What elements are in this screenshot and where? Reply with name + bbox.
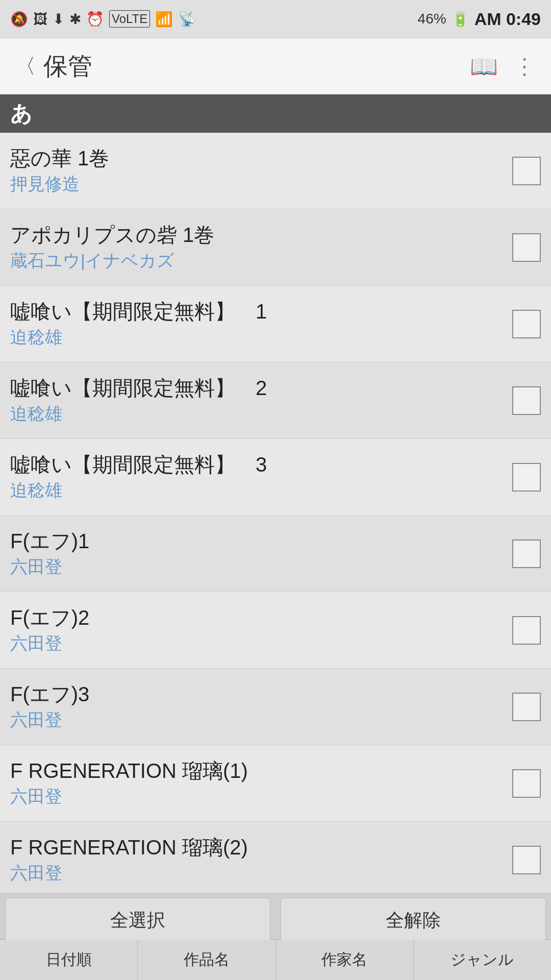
- item-checkbox[interactable]: [512, 157, 541, 185]
- volte-icon: VoLTE: [109, 10, 150, 28]
- item-author: 六田登: [10, 862, 505, 885]
- list-item-content: アポカリプスの砦 1巻蔵石ユウ|イナベカズ: [10, 223, 505, 273]
- list-item[interactable]: F(エフ)2六田登: [0, 592, 551, 669]
- item-author: 六田登: [10, 708, 505, 732]
- item-title: F(エフ)1: [10, 529, 505, 553]
- item-checkbox[interactable]: [512, 386, 541, 415]
- item-author: 六田登: [10, 632, 505, 655]
- item-author: 押見修造: [10, 173, 505, 196]
- section-header: あ: [0, 94, 551, 133]
- list-item-content: 嘘喰い【期間限定無料】 1迫稔雄: [10, 299, 505, 349]
- item-title: 嘘喰い【期間限定無料】 3: [10, 452, 505, 477]
- select-all-button[interactable]: 全選択: [5, 898, 270, 943]
- action-bar: 〈 保管 📖 ⋮: [0, 38, 551, 94]
- item-checkbox[interactable]: [512, 616, 541, 645]
- item-checkbox[interactable]: [512, 310, 541, 338]
- list-item-content: F(エフ)3六田登: [10, 682, 505, 732]
- list-item-content: F(エフ)2六田登: [10, 605, 505, 655]
- status-bar: 🔕 🖼 ⬇ ✱ ⏰ VoLTE 📶 📡 46% 🔋 AM 0:49: [0, 0, 551, 38]
- wifi-icon: 📶: [155, 11, 173, 28]
- list-item-content: 嘘喰い【期間限定無料】 2迫稔雄: [10, 376, 505, 426]
- list-item-content: 惡の華 1巻押見修造: [10, 146, 505, 196]
- list-item[interactable]: F RGENERATION 瑠璃(1)六田登: [0, 745, 551, 822]
- item-checkbox[interactable]: [512, 233, 541, 262]
- list-item[interactable]: 嘘喰い【期間限定無料】 2迫稔雄: [0, 362, 551, 439]
- item-title: アポカリプスの砦 1巻: [10, 223, 505, 247]
- item-checkbox[interactable]: [512, 463, 541, 492]
- sort-tab-日付順[interactable]: 日付順: [0, 940, 138, 980]
- signal-icon: 📡: [178, 11, 196, 28]
- item-title: F(エフ)3: [10, 682, 505, 706]
- alarm-icon: ⏰: [86, 11, 104, 28]
- sort-tab-作品名[interactable]: 作品名: [138, 940, 276, 980]
- item-checkbox[interactable]: [512, 540, 541, 568]
- item-title: F RGENERATION 瑠璃(1): [10, 758, 505, 783]
- item-author: 迫稔雄: [10, 326, 505, 349]
- list-item-content: 嘘喰い【期間限定無料】 3迫稔雄: [10, 452, 505, 502]
- status-bar-right: 46% 🔋 AM 0:49: [418, 9, 541, 29]
- item-title: F RGENERATION 瑠璃(2): [10, 835, 505, 860]
- item-checkbox[interactable]: [512, 846, 541, 874]
- bottom-buttons: 全選択 全解除: [0, 893, 551, 939]
- item-title: 嘘喰い【期間限定無料】 1: [10, 299, 505, 324]
- list-item[interactable]: アポカリプスの砦 1巻蔵石ユウ|イナベカズ: [0, 209, 551, 286]
- battery-icon: 🔋: [452, 11, 469, 28]
- list-item[interactable]: F(エフ)1六田登: [0, 516, 551, 592]
- download-icon: ⬇: [53, 11, 64, 28]
- item-title: F(エフ)2: [10, 605, 505, 630]
- status-time: AM 0:49: [474, 9, 541, 29]
- sort-bar: 日付順作品名作家名ジャンル: [0, 939, 551, 980]
- item-title: 惡の華 1巻: [10, 146, 505, 170]
- action-bar-left: 〈 保管: [15, 50, 92, 83]
- deselect-all-button[interactable]: 全解除: [281, 898, 546, 943]
- item-author: 迫稔雄: [10, 479, 505, 502]
- list-item[interactable]: 嘘喰い【期間限定無料】 3迫稔雄: [0, 439, 551, 516]
- item-title: 嘘喰い【期間限定無料】 2: [10, 376, 505, 400]
- item-author: 六田登: [10, 555, 505, 579]
- list-item[interactable]: 嘘喰い【期間限定無料】 1迫稔雄: [0, 286, 551, 362]
- item-checkbox[interactable]: [512, 769, 541, 798]
- list-item-content: F RGENERATION 瑠璃(2)六田登: [10, 835, 505, 885]
- list-item-content: F(エフ)1六田登: [10, 529, 505, 579]
- book-list: 惡の華 1巻押見修造アポカリプスの砦 1巻蔵石ユウ|イナベカズ嘘喰い【期間限定無…: [0, 133, 551, 893]
- action-bar-right: 📖 ⋮: [470, 53, 536, 80]
- page-title: 保管: [43, 50, 92, 83]
- more-menu-icon[interactable]: ⋮: [513, 53, 536, 79]
- list-item-content: F RGENERATION 瑠璃(1)六田登: [10, 758, 505, 808]
- section-header-label: あ: [10, 100, 32, 128]
- status-bar-left: 🔕 🖼 ⬇ ✱ ⏰ VoLTE 📶 📡: [10, 10, 196, 28]
- image-icon: 🖼: [33, 11, 47, 28]
- silent-icon: 🔕: [10, 11, 28, 28]
- back-button[interactable]: 〈: [15, 52, 36, 80]
- battery-percentage: 46%: [418, 11, 446, 27]
- list-item[interactable]: F RGENERATION 瑠璃(2)六田登: [0, 822, 551, 893]
- bluetooth-icon: ✱: [69, 11, 81, 28]
- share-icon[interactable]: 📖: [470, 53, 498, 80]
- sort-tab-作家名[interactable]: 作家名: [276, 940, 414, 980]
- item-author: 蔵石ユウ|イナベカズ: [10, 249, 505, 273]
- item-checkbox[interactable]: [512, 693, 541, 721]
- list-item[interactable]: 惡の華 1巻押見修造: [0, 133, 551, 209]
- sort-tab-ジャンル[interactable]: ジャンル: [414, 940, 551, 980]
- item-author: 迫稔雄: [10, 402, 505, 426]
- item-author: 六田登: [10, 785, 505, 808]
- list-item[interactable]: F(エフ)3六田登: [0, 669, 551, 745]
